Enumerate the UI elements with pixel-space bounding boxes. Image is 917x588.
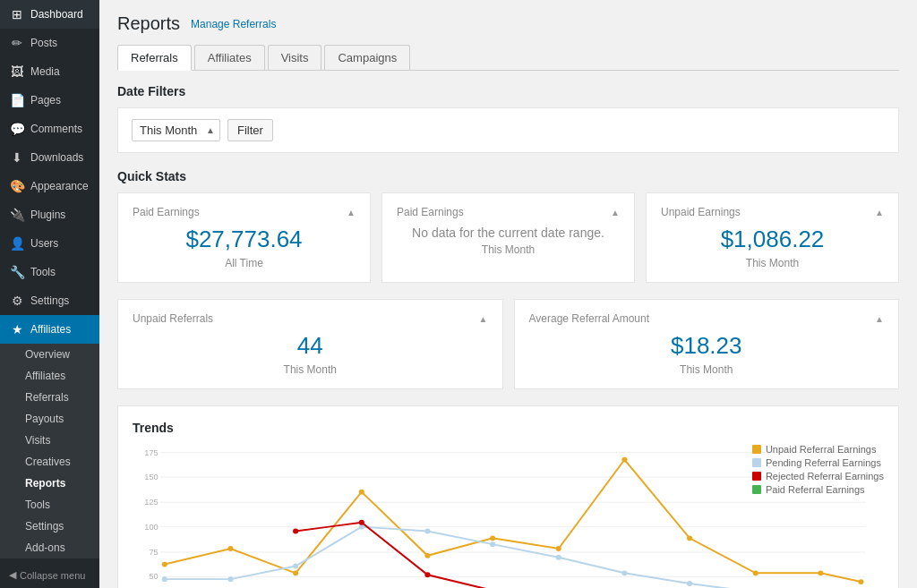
stat-sub-1: All Time — [133, 257, 356, 269]
sidebar-label-plugins: Plugins — [30, 209, 65, 221]
sidebar-submenu: Overview Affiliates Referrals Payouts Vi… — [0, 344, 99, 558]
stat-card-header-3: Unpaid Earnings ▲ — [661, 206, 884, 218]
sidebar-item-tools[interactable]: 🔧 Tools — [0, 258, 99, 286]
main-content: Reports Manage Referrals Referrals Affil… — [99, 0, 917, 588]
sub-item-referrals[interactable]: Referrals — [0, 387, 99, 408]
filter-button[interactable]: Filter — [227, 119, 273, 141]
collapse-icon: ◀ — [9, 569, 16, 581]
tab-visits[interactable]: Visits — [268, 45, 322, 70]
sidebar-item-pages[interactable]: 📄 Pages — [0, 86, 99, 115]
svg-point-18 — [359, 490, 364, 495]
sub-item-visits[interactable]: Visits — [0, 430, 99, 451]
tab-referrals[interactable]: Referrals — [117, 45, 192, 71]
svg-point-34 — [621, 570, 627, 575]
sidebar-label-appearance: Appearance — [30, 180, 89, 192]
stat-arrow-4: ▲ — [479, 314, 488, 324]
legend-label-unpaid: Unpaid Referral Earnings — [766, 444, 877, 455]
svg-point-27 — [162, 576, 167, 582]
line-rejected — [296, 523, 493, 588]
sidebar-item-comments[interactable]: 💬 Comments — [0, 115, 99, 143]
sidebar-item-downloads[interactable]: ⬇ Downloads — [0, 143, 99, 172]
sidebar-label-media: Media — [30, 65, 60, 78]
stat-label-2: Paid Earnings — [397, 206, 464, 218]
svg-text:150: 150 — [144, 473, 158, 481]
svg-point-15 — [162, 562, 167, 567]
stat-card-unpaid: Unpaid Earnings ▲ $1,086.22 This Month — [646, 192, 899, 283]
svg-point-22 — [621, 457, 627, 463]
stat-no-data-2: No data for the current date range. — [397, 226, 620, 240]
sidebar-item-dashboard[interactable]: ⊞ Dashboard — [0, 0, 99, 29]
quick-stats-title: Quick Stats — [117, 169, 899, 183]
dashboard-icon: ⊞ — [9, 7, 25, 21]
svg-point-19 — [424, 553, 430, 558]
collapse-menu[interactable]: ◀ Collapse menu — [0, 562, 99, 588]
tools-icon: 🔧 — [9, 265, 25, 279]
sidebar-item-affiliates[interactable]: ★ Affiliates — [0, 315, 99, 344]
stat-card-paid-all-time: Paid Earnings ▲ $27,773.64 All Time — [117, 192, 371, 283]
svg-point-37 — [293, 529, 298, 534]
stat-value-5: $18.23 — [529, 332, 885, 360]
sub-item-addons[interactable]: Add-ons — [0, 537, 99, 558]
stat-label-1: Paid Earnings — [133, 206, 200, 218]
plugins-icon: 🔌 — [9, 208, 25, 222]
quick-stats-bottom: Unpaid Referrals ▲ 44 This Month Average… — [117, 299, 899, 389]
sidebar-item-appearance[interactable]: 🎨 Appearance — [0, 172, 99, 200]
tab-campaigns[interactable]: Campaigns — [324, 45, 410, 70]
sidebar-label-comments: Comments — [30, 123, 82, 135]
stat-arrow-5: ▲ — [875, 314, 884, 324]
stat-arrow-2: ▲ — [611, 208, 620, 217]
appearance-icon: 🎨 — [9, 179, 25, 193]
sidebar-label-affiliates: Affiliates — [30, 323, 71, 336]
svg-text:50: 50 — [149, 572, 158, 581]
posts-icon: ✏ — [9, 36, 25, 50]
sidebar-label-downloads: Downloads — [30, 151, 83, 164]
stat-card-header-4: Unpaid Referrals ▲ — [133, 312, 488, 325]
svg-point-17 — [293, 570, 298, 575]
stat-sub-2: This Month — [397, 243, 620, 256]
legend-label-pending: Pending Referral Earnings — [766, 457, 881, 468]
stat-card-header-1: Paid Earnings ▲ — [133, 206, 356, 218]
settings-icon: ⚙ — [9, 294, 25, 308]
pages-icon: 📄 — [9, 93, 25, 107]
stat-sub-5: This Month — [529, 363, 885, 376]
comments-icon: 💬 — [9, 122, 25, 136]
stat-card-paid-this-month: Paid Earnings ▲ No data for the current … — [381, 192, 635, 283]
stat-label-4: Unpaid Referrals — [133, 312, 213, 325]
legend-dot-rejected — [752, 472, 761, 481]
svg-point-31 — [424, 529, 430, 534]
legend-dot-pending — [752, 458, 761, 467]
sidebar-label-settings: Settings — [30, 294, 69, 307]
sidebar-item-posts[interactable]: ✏ Posts — [0, 29, 99, 57]
sidebar-item-users[interactable]: 👤 Users — [0, 229, 99, 258]
sub-item-payouts[interactable]: Payouts — [0, 408, 99, 430]
sub-item-creatives[interactable]: Creatives — [0, 451, 99, 473]
date-filters-title: Date Filters — [117, 84, 899, 98]
svg-text:125: 125 — [144, 498, 158, 507]
date-range-select[interactable]: This Month Last Month This Year Last Yea… — [132, 119, 220, 141]
legend-dot-unpaid — [752, 445, 761, 454]
trends-section: Trends Unpaid Referral Earnings Pending … — [117, 405, 899, 588]
svg-point-29 — [293, 564, 298, 569]
svg-point-24 — [753, 570, 758, 575]
sidebar-item-plugins[interactable]: 🔌 Plugins — [0, 200, 99, 229]
sub-item-affiliates[interactable]: Affiliates — [0, 365, 99, 387]
svg-point-26 — [858, 579, 863, 584]
tab-affiliates[interactable]: Affiliates — [194, 45, 265, 70]
page-header: Reports Manage Referrals — [117, 13, 899, 34]
sidebar-label-dashboard: Dashboard — [30, 8, 83, 21]
sub-item-reports[interactable]: Reports — [0, 473, 99, 494]
manage-referrals-link[interactable]: Manage Referrals — [191, 18, 276, 30]
trends-chart: Unpaid Referral Earnings Pending Referra… — [133, 444, 884, 588]
sub-item-settings[interactable]: Settings — [0, 516, 99, 537]
stat-arrow-3: ▲ — [875, 208, 884, 217]
sub-item-overview[interactable]: Overview — [0, 344, 99, 365]
svg-point-20 — [490, 535, 495, 541]
legend-paid: Paid Referral Earnings — [752, 484, 884, 495]
collapse-label: Collapse menu — [20, 570, 85, 581]
sub-item-tools[interactable]: Tools — [0, 494, 99, 516]
stat-value-1: $27,773.64 — [133, 226, 356, 253]
svg-text:75: 75 — [149, 548, 158, 557]
sidebar-item-settings[interactable]: ⚙ Settings — [0, 286, 99, 315]
sidebar-label-tools: Tools — [30, 266, 56, 278]
sidebar-item-media[interactable]: 🖼 Media — [0, 57, 99, 86]
